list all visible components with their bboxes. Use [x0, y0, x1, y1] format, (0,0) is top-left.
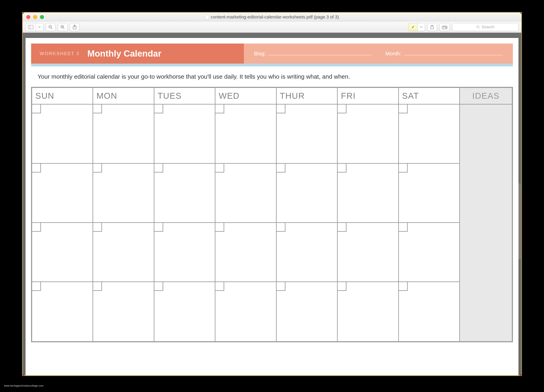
calendar-day-cell	[215, 164, 276, 223]
calendar-day-cell	[277, 105, 338, 164]
watermark-text: www.heritagechristiancollege.com	[4, 384, 44, 387]
svg-line-17	[479, 28, 479, 29]
svg-rect-13	[444, 26, 444, 27]
day-header-sun: SUN	[32, 88, 93, 104]
sidebar-view-button[interactable]	[25, 23, 43, 31]
calendar-day-cell	[32, 282, 93, 341]
header-accent-strip	[31, 64, 513, 66]
zoom-in-button[interactable]	[58, 23, 67, 31]
svg-point-15	[445, 27, 446, 28]
window-title-text: content-marketing-editorial-calendar-wor…	[211, 14, 339, 20]
svg-point-16	[477, 25, 479, 28]
intro-text: Your monthly editorial calendar is your …	[25, 66, 519, 87]
month-field-label: Month:	[385, 51, 402, 57]
pdf-page: WORKSHEET 3 Monthly Calendar Blog: Month…	[25, 38, 519, 375]
zoom-in-icon	[60, 25, 65, 29]
day-header-thur: THUR	[277, 88, 338, 104]
calendar-day-cell	[399, 223, 460, 282]
zoom-out-icon	[48, 25, 53, 29]
sidebar-icon	[28, 25, 33, 29]
close-window-button[interactable]	[26, 15, 30, 19]
calendar-day-cell	[338, 105, 399, 164]
calendar-day-cell	[399, 105, 460, 164]
search-placeholder: Search	[482, 25, 494, 29]
svg-rect-14	[445, 26, 446, 27]
calendar-day-cell	[277, 164, 338, 223]
chevron-down-icon	[38, 26, 41, 28]
svg-line-3	[51, 28, 52, 29]
ideas-header: IDEAS	[460, 88, 512, 104]
calendar-day-cell	[215, 282, 276, 341]
calendar-body	[32, 104, 512, 341]
calendar-day-cell	[338, 164, 399, 223]
day-header-fri: FRI	[338, 88, 399, 104]
calendar-day-cell	[277, 223, 338, 282]
day-header-mon: MON	[93, 88, 154, 104]
share-button[interactable]	[70, 23, 79, 31]
svg-line-6	[63, 28, 65, 29]
toolbar: Search	[23, 22, 521, 33]
rotate-button[interactable]	[427, 23, 437, 31]
svg-rect-0	[28, 25, 33, 29]
search-input[interactable]: Search	[452, 23, 519, 31]
highlight-button[interactable]	[408, 23, 425, 31]
calendar-day-cell	[215, 223, 276, 282]
maximize-window-button[interactable]	[40, 15, 44, 19]
calendar-day-cell	[93, 282, 154, 341]
calendar-day-cell	[154, 164, 215, 223]
ideas-column	[460, 105, 512, 341]
calendar-day-cell	[32, 164, 93, 223]
calendar-header-row: SUN MON TUES WED THUR FRI SAT IDEAS	[32, 88, 512, 104]
preview-window: content-marketing-editorial-calendar-wor…	[23, 13, 521, 375]
document-viewport[interactable]: WORKSHEET 3 Monthly Calendar Blog: Month…	[23, 33, 521, 375]
markup-icon	[442, 25, 447, 29]
chevron-down-icon	[420, 26, 422, 28]
calendar-day-cell	[399, 282, 460, 341]
search-icon	[476, 25, 480, 29]
svg-rect-11	[431, 26, 433, 29]
share-icon	[73, 25, 77, 29]
markup-toolbar-button[interactable]	[439, 23, 450, 31]
calendar-day-cell	[154, 223, 215, 282]
day-header-tues: TUES	[154, 88, 215, 104]
calendar-day-cell	[93, 164, 154, 223]
calendar-day-cell	[215, 105, 276, 164]
blog-field-line	[268, 51, 371, 55]
calendar-day-cell	[338, 282, 399, 341]
day-header-sat: SAT	[399, 88, 460, 104]
blog-field-label: Blog:	[254, 51, 266, 57]
highlight-icon	[411, 25, 415, 29]
day-header-wed: WED	[215, 88, 276, 104]
pdf-file-icon	[205, 15, 209, 19]
calendar-grid: SUN MON TUES WED THUR FRI SAT IDEAS	[31, 87, 513, 342]
zoom-out-button[interactable]	[46, 23, 55, 31]
month-field-line	[404, 51, 503, 55]
worksheet-title: Monthly Calendar	[87, 48, 161, 59]
rotate-icon	[430, 25, 434, 29]
window-title: content-marketing-editorial-calendar-wor…	[23, 14, 521, 20]
calendar-day-cell	[93, 105, 154, 164]
vertical-scrollbar[interactable]	[519, 183, 521, 259]
calendar-day-cell	[154, 105, 215, 164]
calendar-day-cell	[93, 223, 154, 282]
calendar-day-cell	[399, 164, 460, 223]
calendar-day-cell	[338, 223, 399, 282]
worksheet-header: WORKSHEET 3 Monthly Calendar Blog: Month…	[31, 44, 513, 64]
calendar-day-cell	[277, 282, 338, 341]
calendar-day-cell	[32, 105, 93, 164]
worksheet-number-label: WORKSHEET 3	[40, 51, 79, 56]
window-titlebar: content-marketing-editorial-calendar-wor…	[23, 13, 521, 22]
minimize-window-button[interactable]	[33, 15, 37, 19]
calendar-day-cell	[154, 282, 215, 341]
calendar-day-cell	[32, 223, 93, 282]
